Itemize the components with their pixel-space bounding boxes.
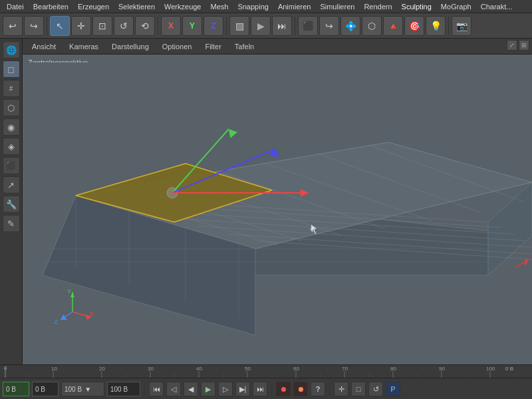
frame-rate-dropdown[interactable]: 100 B ▼ — [61, 382, 104, 396]
main-area: 🌐 ◻ # ⬡ ◉ ◈ ⬛ ↗ 🔧 ✎ Ansicht Kameras Dars… — [0, 39, 532, 364]
playback-pos-field[interactable]: 0 B — [32, 382, 59, 396]
svg-text:80: 80 — [390, 366, 396, 372]
menu-selektieren[interactable]: Selektieren — [114, 2, 159, 11]
sidebar-cube-btn[interactable]: ⬛ — [3, 157, 20, 174]
frame-rate-value: 100 B — [65, 386, 82, 393]
cube-prim-button[interactable]: ⬛ — [298, 16, 318, 36]
vp-layout-btn[interactable]: ⊞ — [519, 40, 529, 51]
effector-button[interactable]: 🔺 — [383, 16, 403, 36]
prev-key-button[interactable]: ◁ — [166, 382, 181, 396]
select-tool-button[interactable]: ↖ — [50, 16, 70, 36]
menu-sculpting[interactable]: Sculpting — [398, 2, 436, 11]
scale-tool-button[interactable]: ⊡ — [92, 16, 112, 36]
z-axis-button[interactable]: Z — [203, 16, 223, 36]
tl-plus-button[interactable]: ✛ — [334, 382, 348, 396]
svg-text:60: 60 — [293, 366, 299, 372]
toolbar-sep-4 — [295, 17, 295, 35]
svg-text:40: 40 — [196, 366, 202, 372]
svg-text:Z: Z — [54, 319, 58, 325]
menu-erzeugen[interactable]: Erzeugen — [74, 2, 113, 11]
spline-button[interactable]: ↪ — [319, 16, 339, 36]
redo-button[interactable]: ↪ — [24, 16, 44, 36]
auto-key-button[interactable]: ⏺ — [293, 382, 308, 396]
vp-menu-darstellung[interactable]: Darstellung — [106, 41, 154, 52]
move-tool-button[interactable]: ✛ — [71, 16, 91, 36]
current-frame-value: 0 B — [6, 386, 16, 393]
toolbar-sep-5 — [448, 17, 449, 35]
menu-rendern[interactable]: Rendern — [360, 2, 396, 11]
menu-werkzeuge[interactable]: Werkzeuge — [160, 2, 205, 11]
y-axis-button[interactable]: Y — [182, 16, 202, 36]
end-frame-field[interactable]: 100 B — [107, 382, 140, 396]
tl-loop-button[interactable]: ↺ — [368, 382, 383, 396]
help-button[interactable]: ? — [311, 382, 325, 396]
nurbs-button[interactable]: 💠 — [340, 16, 360, 36]
menu-snapping[interactable]: Snapping — [233, 2, 273, 11]
menu-mograph[interactable]: MoGraph — [437, 2, 475, 11]
render-view-button[interactable]: ▶ — [251, 16, 271, 36]
menu-bearbeiten[interactable]: Bearbeiten — [29, 2, 72, 11]
vp-menu-kameras[interactable]: Kameras — [64, 41, 104, 52]
camera-btn[interactable]: 🎯 — [404, 16, 424, 36]
play-button[interactable]: ▶ — [201, 382, 215, 396]
sidebar-mode-btn[interactable]: # — [3, 80, 20, 97]
rotate-tool-button[interactable]: ↺ — [114, 16, 134, 36]
prev-frame-button[interactable]: ◀ — [184, 382, 198, 396]
undo-button[interactable]: ↩ — [3, 16, 23, 36]
svg-text:0: 0 — [4, 365, 7, 371]
light-button[interactable]: 💡 — [426, 16, 446, 36]
render-button[interactable]: ⏭ — [272, 16, 292, 36]
next-frame-button[interactable]: ▷ — [218, 382, 233, 396]
sidebar-poly-btn[interactable]: ⬡ — [3, 99, 20, 116]
tl-preview-button[interactable]: P — [386, 382, 400, 396]
sidebar-magnet-btn[interactable]: 🔧 — [3, 196, 20, 213]
sidebar-face-btn[interactable]: ◈ — [3, 138, 20, 155]
svg-text:70: 70 — [342, 366, 348, 372]
render-settings-button[interactable]: 📷 — [452, 16, 471, 36]
vp-menu-tafeln[interactable]: Tafeln — [229, 41, 259, 52]
rewind-start-button[interactable]: ⏮ — [149, 382, 164, 396]
timeline-area: 0 10 20 30 40 50 60 70 80 90 1 — [0, 364, 532, 399]
menu-animieren[interactable]: Animieren — [274, 2, 315, 11]
record-button[interactable]: ⏺ — [276, 382, 291, 396]
svg-text:100: 100 — [486, 366, 495, 372]
timeline-controls: 0 B 0 B 100 B ▼ 100 B ⏮ ◁ ◀ ▶ ▷ ▶| ⏭ ⏺ ⏺… — [0, 378, 532, 399]
deformer-button[interactable]: ⬡ — [362, 16, 382, 36]
timeline-ruler[interactable]: 0 10 20 30 40 50 60 70 80 90 1 — [0, 365, 532, 378]
sidebar-world-btn[interactable]: 🌐 — [3, 41, 20, 59]
svg-text:30: 30 — [148, 366, 154, 372]
vp-menu-filter[interactable]: Filter — [200, 41, 226, 52]
tl-square-button[interactable]: □ — [351, 382, 366, 396]
current-frame-field[interactable]: 0 B — [3, 382, 29, 396]
menu-mesh[interactable]: Mesh — [206, 2, 232, 11]
scene-canvas: + Y X Z — [23, 55, 532, 364]
vp-menu-ansicht[interactable]: Ansicht — [27, 41, 61, 52]
sidebar-sphere-btn[interactable]: ◉ — [3, 118, 20, 136]
svg-text:90: 90 — [439, 366, 445, 372]
transform-tool-button[interactable]: ⟲ — [135, 16, 155, 36]
tl-sep-3 — [329, 382, 330, 396]
sidebar-arrow-btn[interactable]: ↗ — [3, 176, 20, 194]
tl-sep-2 — [271, 382, 272, 396]
render-region-button[interactable]: ▨ — [229, 16, 249, 36]
playback-pos-value: 0 B — [35, 386, 45, 393]
menu-charakter[interactable]: Charakt... — [477, 2, 517, 11]
end-frame-value: 100 B — [110, 386, 128, 393]
menu-datei[interactable]: Datei — [3, 2, 28, 11]
sidebar-brush-btn[interactable]: ✎ — [3, 215, 20, 232]
vp-menu-optionen[interactable]: Optionen — [157, 41, 198, 52]
x-axis-button[interactable]: X — [161, 16, 181, 36]
next-key-button[interactable]: ▶| — [235, 382, 250, 396]
viewport[interactable]: Ansicht Kameras Darstellung Optionen Fil… — [23, 39, 532, 364]
end-button[interactable]: ⏭ — [253, 382, 267, 396]
svg-rect-50 — [0, 365, 532, 378]
svg-text:0 B: 0 B — [505, 366, 513, 372]
vp-expand-btn[interactable]: ⤢ — [507, 40, 517, 51]
menu-simulieren[interactable]: Simulieren — [316, 2, 358, 11]
toolbar-sep-1 — [47, 17, 47, 35]
svg-text:10: 10 — [51, 366, 57, 372]
toolbar-sep-3 — [226, 17, 227, 35]
viewport-toolbar: Ansicht Kameras Darstellung Optionen Fil… — [23, 39, 532, 55]
sidebar-select-btn[interactable]: ◻ — [3, 61, 20, 78]
left-sidebar: 🌐 ◻ # ⬡ ◉ ◈ ⬛ ↗ 🔧 ✎ — [0, 39, 23, 364]
